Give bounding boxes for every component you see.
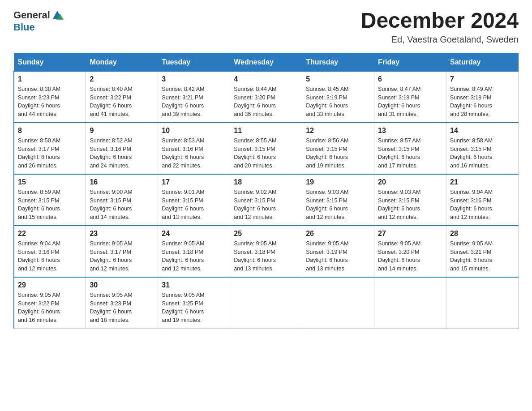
page-header: General Blue December 2024 Ed, Vaestra G…	[13, 9, 519, 45]
day-number: 27	[378, 230, 442, 238]
table-row: 4 Sunrise: 8:44 AMSunset: 3:20 PMDayligh…	[230, 71, 302, 123]
day-info: Sunrise: 9:05 AMSunset: 3:23 PMDaylight:…	[90, 291, 154, 325]
table-row	[374, 277, 446, 329]
col-thursday: Thursday	[302, 53, 374, 71]
table-row: 13 Sunrise: 8:57 AMSunset: 3:15 PMDaylig…	[374, 123, 446, 174]
day-info: Sunrise: 8:59 AMSunset: 3:15 PMDaylight:…	[18, 188, 82, 222]
day-info: Sunrise: 9:03 AMSunset: 3:15 PMDaylight:…	[378, 188, 442, 222]
day-info: Sunrise: 9:05 AMSunset: 3:19 PMDaylight:…	[306, 240, 370, 273]
day-info: Sunrise: 9:05 AMSunset: 3:25 PMDaylight:…	[162, 291, 226, 325]
day-number: 17	[162, 178, 226, 186]
col-friday: Friday	[374, 53, 446, 71]
day-number: 16	[90, 178, 154, 186]
day-info: Sunrise: 9:00 AMSunset: 3:15 PMDaylight:…	[90, 188, 154, 222]
day-number: 25	[234, 230, 298, 238]
calendar-week-5: 29 Sunrise: 9:05 AMSunset: 3:22 PMDaylig…	[14, 277, 519, 329]
table-row: 5 Sunrise: 8:45 AMSunset: 3:19 PMDayligh…	[302, 71, 374, 123]
table-row: 7 Sunrise: 8:49 AMSunset: 3:18 PMDayligh…	[446, 71, 519, 123]
day-info: Sunrise: 9:05 AMSunset: 3:17 PMDaylight:…	[90, 240, 154, 273]
day-number: 21	[450, 178, 515, 186]
table-row: 24 Sunrise: 9:05 AMSunset: 3:18 PMDaylig…	[158, 226, 230, 277]
day-number: 13	[378, 127, 442, 135]
day-info: Sunrise: 9:05 AMSunset: 3:22 PMDaylight:…	[18, 291, 82, 325]
day-number: 31	[162, 281, 226, 289]
day-number: 10	[162, 127, 226, 135]
calendar-header-row: Sunday Monday Tuesday Wednesday Thursday…	[14, 53, 519, 71]
day-number: 15	[18, 178, 82, 186]
day-number: 7	[450, 75, 515, 83]
day-number: 30	[90, 281, 154, 289]
day-number: 4	[234, 75, 298, 83]
col-monday: Monday	[86, 53, 158, 71]
table-row: 2 Sunrise: 8:40 AMSunset: 3:22 PMDayligh…	[86, 71, 158, 123]
table-row: 23 Sunrise: 9:05 AMSunset: 3:17 PMDaylig…	[86, 226, 158, 277]
day-number: 8	[18, 127, 82, 135]
table-row: 8 Sunrise: 8:50 AMSunset: 3:17 PMDayligh…	[14, 123, 86, 174]
day-info: Sunrise: 8:50 AMSunset: 3:17 PMDaylight:…	[18, 137, 82, 170]
day-info: Sunrise: 9:05 AMSunset: 3:21 PMDaylight:…	[450, 240, 515, 273]
day-info: Sunrise: 8:42 AMSunset: 3:21 PMDaylight:…	[162, 85, 226, 119]
day-info: Sunrise: 9:05 AMSunset: 3:18 PMDaylight:…	[162, 240, 226, 273]
day-info: Sunrise: 9:02 AMSunset: 3:15 PMDaylight:…	[234, 188, 298, 222]
col-tuesday: Tuesday	[158, 53, 230, 71]
day-info: Sunrise: 8:53 AMSunset: 3:16 PMDaylight:…	[162, 137, 226, 170]
day-number: 24	[162, 230, 226, 238]
day-number: 22	[18, 230, 82, 238]
logo-general-text: General	[13, 9, 50, 21]
day-number: 12	[306, 127, 370, 135]
calendar-week-2: 8 Sunrise: 8:50 AMSunset: 3:17 PMDayligh…	[14, 123, 519, 174]
day-number: 26	[306, 230, 370, 238]
table-row	[230, 277, 302, 329]
table-row: 18 Sunrise: 9:02 AMSunset: 3:15 PMDaylig…	[230, 174, 302, 226]
day-info: Sunrise: 9:04 AMSunset: 3:16 PMDaylight:…	[18, 240, 82, 273]
table-row: 21 Sunrise: 9:04 AMSunset: 3:16 PMDaylig…	[446, 174, 519, 226]
day-number: 14	[450, 127, 515, 135]
col-wednesday: Wednesday	[230, 53, 302, 71]
month-title: December 2024	[361, 9, 519, 33]
day-info: Sunrise: 8:49 AMSunset: 3:18 PMDaylight:…	[450, 85, 515, 119]
calendar-week-1: 1 Sunrise: 8:38 AMSunset: 3:23 PMDayligh…	[14, 71, 519, 123]
day-info: Sunrise: 8:52 AMSunset: 3:16 PMDaylight:…	[90, 137, 154, 170]
day-info: Sunrise: 8:47 AMSunset: 3:18 PMDaylight:…	[378, 85, 442, 119]
table-row: 10 Sunrise: 8:53 AMSunset: 3:16 PMDaylig…	[158, 123, 230, 174]
table-row: 19 Sunrise: 9:03 AMSunset: 3:15 PMDaylig…	[302, 174, 374, 226]
day-number: 5	[306, 75, 370, 83]
col-saturday: Saturday	[446, 53, 519, 71]
table-row	[446, 277, 519, 329]
day-number: 28	[450, 230, 515, 238]
table-row: 15 Sunrise: 8:59 AMSunset: 3:15 PMDaylig…	[14, 174, 86, 226]
table-row: 6 Sunrise: 8:47 AMSunset: 3:18 PMDayligh…	[374, 71, 446, 123]
title-area: December 2024 Ed, Vaestra Goetaland, Swe…	[361, 9, 519, 45]
table-row: 28 Sunrise: 9:05 AMSunset: 3:21 PMDaylig…	[446, 226, 519, 277]
table-row: 16 Sunrise: 9:00 AMSunset: 3:15 PMDaylig…	[86, 174, 158, 226]
table-row: 1 Sunrise: 8:38 AMSunset: 3:23 PMDayligh…	[14, 71, 86, 123]
day-number: 23	[90, 230, 154, 238]
day-number: 19	[306, 178, 370, 186]
table-row: 3 Sunrise: 8:42 AMSunset: 3:21 PMDayligh…	[158, 71, 230, 123]
day-number: 6	[378, 75, 442, 83]
day-number: 3	[162, 75, 226, 83]
logo-blue-text: Blue	[13, 21, 35, 33]
day-info: Sunrise: 9:04 AMSunset: 3:16 PMDaylight:…	[450, 188, 515, 222]
table-row: 22 Sunrise: 9:04 AMSunset: 3:16 PMDaylig…	[14, 226, 86, 277]
table-row: 11 Sunrise: 8:55 AMSunset: 3:15 PMDaylig…	[230, 123, 302, 174]
day-number: 2	[90, 75, 154, 83]
table-row: 27 Sunrise: 9:05 AMSunset: 3:20 PMDaylig…	[374, 226, 446, 277]
day-info: Sunrise: 8:58 AMSunset: 3:15 PMDaylight:…	[450, 137, 515, 170]
day-info: Sunrise: 8:44 AMSunset: 3:20 PMDaylight:…	[234, 85, 298, 119]
day-number: 1	[18, 75, 82, 83]
day-info: Sunrise: 8:45 AMSunset: 3:19 PMDaylight:…	[306, 85, 370, 119]
table-row: 14 Sunrise: 8:58 AMSunset: 3:15 PMDaylig…	[446, 123, 519, 174]
day-info: Sunrise: 8:56 AMSunset: 3:15 PMDaylight:…	[306, 137, 370, 170]
table-row: 26 Sunrise: 9:05 AMSunset: 3:19 PMDaylig…	[302, 226, 374, 277]
day-number: 11	[234, 127, 298, 135]
day-number: 18	[234, 178, 298, 186]
day-number: 29	[18, 281, 82, 289]
day-number: 9	[90, 127, 154, 135]
logo-icon	[51, 9, 64, 21]
day-info: Sunrise: 9:05 AMSunset: 3:18 PMDaylight:…	[234, 240, 298, 273]
table-row	[302, 277, 374, 329]
day-info: Sunrise: 9:05 AMSunset: 3:20 PMDaylight:…	[378, 240, 442, 273]
day-info: Sunrise: 9:01 AMSunset: 3:15 PMDaylight:…	[162, 188, 226, 222]
table-row: 12 Sunrise: 8:56 AMSunset: 3:15 PMDaylig…	[302, 123, 374, 174]
